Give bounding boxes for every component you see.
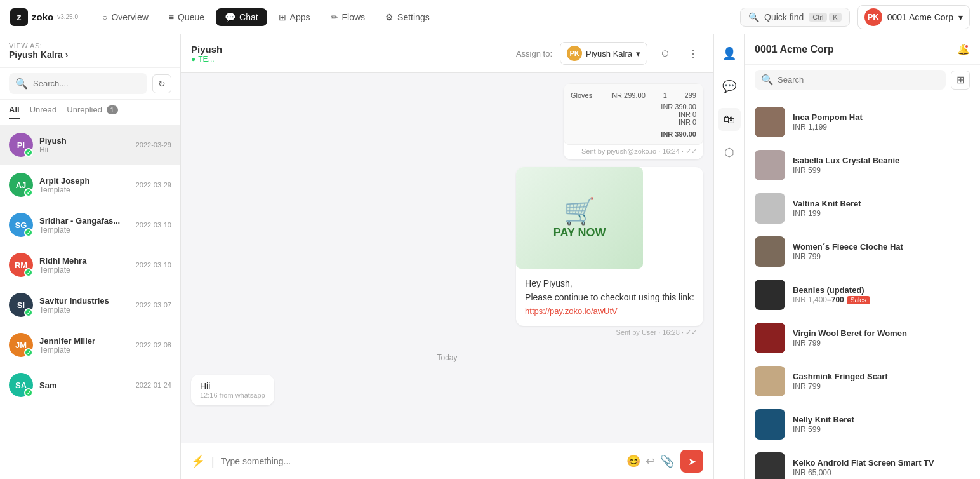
message-input[interactable] (221, 456, 620, 466)
keyboard-shortcut: Ctrl K (809, 13, 841, 22)
pay-link[interactable]: https://pay.zoko.io/awUtV (525, 305, 694, 318)
chat-list-item[interactable]: SA ✓ Sam 2022-01-24 (0, 365, 180, 405)
product-thumbnail (755, 236, 785, 267)
notification-icon[interactable]: 🔔 (957, 43, 970, 55)
hii-message: Hii 12:16 from whatsapp (191, 375, 274, 405)
contact-icon[interactable]: 👤 (718, 42, 741, 65)
nav-flows[interactable]: ✏ Flows (322, 8, 374, 26)
chat-info: Sridhar - Gangafas... Template (39, 216, 129, 234)
chat-preview: Template (39, 226, 129, 234)
smiley-button[interactable]: ☺ (655, 43, 675, 64)
pay-now-label: PAY NOW (553, 226, 606, 240)
product-item[interactable]: Inca Pompom Hat INR 1,199 (745, 100, 980, 144)
filter-button[interactable]: ⊞ (951, 71, 970, 90)
avatar: SG ✓ (9, 213, 33, 237)
chat-meta: 2022-03-07 (136, 301, 171, 309)
logo-icon: z (10, 8, 28, 26)
search-input[interactable] (33, 79, 141, 88)
tab-unread[interactable]: Unread (30, 105, 57, 119)
shop-icon[interactable]: 🛍 (718, 108, 741, 131)
attach-button[interactable]: 📎 (660, 454, 674, 468)
chat-list-item[interactable]: RM ✓ Ridhi Mehra Template 2022-03-10 (0, 245, 180, 285)
chat-info: Arpit Joseph Template (39, 176, 129, 194)
pay-msg-line2: Please continue to checkout using this l… (525, 290, 694, 304)
sidebar-header: VIEW AS: Piyush Kalra › (0, 34, 180, 68)
chat-name: Sridhar - Gangafas... (39, 216, 129, 226)
account-button[interactable]: PK 0001 Acme Corp ▾ (858, 5, 970, 29)
lightning-button[interactable]: ⚡ (191, 454, 205, 468)
chevron-down-icon: ▾ (636, 49, 640, 58)
product-item[interactable]: Valtina Knit Beret INR 199 (745, 187, 980, 230)
message-receipt: GlovesINR 299.001299 INR 390.00 INR 0 IN… (564, 83, 703, 159)
product-name: Inca Pompom Hat (793, 112, 970, 123)
product-info: Beanies (updated) INR 1,400–700Sales (793, 285, 970, 305)
cube-icon[interactable]: ⬡ (718, 141, 741, 164)
nav-chat[interactable]: 💬 Chat (216, 8, 267, 26)
products-search-input[interactable] (778, 75, 939, 84)
tab-unreplied[interactable]: Unreplied 1 (67, 105, 117, 119)
notification-dot (964, 44, 969, 49)
chat-info: Sam (39, 381, 129, 390)
product-price: INR 1,400–700Sales (793, 295, 970, 304)
chat-name: Savitur Industries (39, 296, 129, 306)
tab-all[interactable]: All (9, 105, 20, 119)
products-search-area: 🔍 ⊞ (745, 65, 980, 95)
product-item[interactable]: Beanies (updated) INR 1,400–700Sales (745, 273, 980, 316)
product-item[interactable]: Virgin Wool Beret for Women INR 799 (745, 316, 980, 360)
chat-date: 2022-03-29 (136, 181, 171, 189)
more-options-button[interactable]: ⋮ (683, 43, 703, 64)
assignee-avatar: PK (567, 46, 582, 61)
right-icon-bar: 👤 💬 🛍 ⬡ (714, 34, 745, 479)
chat-list-item[interactable]: AJ ✓ Arpit Joseph Template 2022-03-29 (0, 165, 180, 205)
product-item[interactable]: Nelly Knit Beret INR 599 (745, 403, 980, 446)
chat-list: PI ✓ Piyush Hii 2022-03-29 AJ ✓ Arpit Jo… (0, 125, 180, 479)
product-info: Virgin Wool Beret for Women INR 799 (793, 328, 970, 348)
chat-meta: 2022-03-29 (136, 141, 171, 149)
products-list: Inca Pompom Hat INR 1,199 Isabella Lux C… (745, 95, 980, 479)
nav-apps-label: Apps (290, 12, 310, 22)
emoji-button[interactable]: 😊 (626, 454, 640, 468)
apps-icon: ⊞ (279, 12, 286, 22)
chat-bubble-icon[interactable]: 💬 (718, 75, 741, 98)
avatar: PI ✓ (9, 133, 33, 157)
product-info: Nelly Knit Beret INR 599 (793, 415, 970, 435)
quick-find-btn[interactable]: 🔍 Quick find Ctrl K (740, 8, 850, 27)
assign-label: Assign to: (516, 49, 552, 58)
chat-name: Ridhi Mehra (39, 256, 129, 266)
product-item[interactable]: Keiko Android Flat Screen Smart TV INR 6… (745, 446, 980, 479)
product-info: Valtina Knit Beret INR 199 (793, 199, 970, 219)
view-as-name[interactable]: Piyush Kalra › (9, 50, 171, 60)
reaction-button[interactable]: ↩ (646, 454, 655, 468)
chevron-right-icon: › (65, 50, 69, 60)
product-thumbnail (755, 323, 785, 353)
nav-settings[interactable]: ⚙ Settings (376, 8, 439, 26)
product-name: Keiko Android Flat Screen Smart TV (793, 458, 970, 469)
product-item[interactable]: Cashmink Fringed Scarf INR 799 (745, 360, 980, 403)
whatsapp-badge: ✓ (24, 148, 33, 157)
send-button[interactable]: ➤ (680, 450, 703, 473)
chat-list-item[interactable]: SI ✓ Savitur Industries Template 2022-03… (0, 285, 180, 325)
product-item[interactable]: Isabella Lux Crystal Beanie INR 599 (745, 144, 980, 187)
nav-overview[interactable]: ○ Overview (93, 8, 157, 26)
whatsapp-badge: ✓ (24, 268, 33, 277)
chat-list-item[interactable]: PI ✓ Piyush Hii 2022-03-29 (0, 125, 180, 165)
nav-queue[interactable]: ≡ Queue (160, 8, 213, 26)
chevron-down-icon: ▾ (958, 12, 963, 22)
product-price: INR 199 (793, 209, 970, 218)
chat-list-item[interactable]: SG ✓ Sridhar - Gangafas... Template 2022… (0, 205, 180, 245)
whatsapp-badge: ✓ (24, 308, 33, 317)
nav-flows-label: Flows (342, 12, 366, 22)
refresh-button[interactable]: ↻ (152, 74, 171, 93)
whatsapp-badge: ✓ (24, 388, 33, 397)
nav-overview-label: Overview (111, 12, 148, 22)
nav-apps[interactable]: ⊞ Apps (270, 8, 319, 26)
product-item[interactable]: Women´s Fleece Cloche Hat INR 799 (745, 230, 980, 273)
quick-find-label: Quick find (764, 12, 804, 22)
chat-info: Savitur Industries Template (39, 296, 129, 314)
chat-info: Jennifer Miller Template (39, 336, 129, 354)
assignee-button[interactable]: PK Piyush Kalra ▾ (560, 42, 647, 65)
product-thumbnail (755, 409, 785, 440)
kbd-ctrl: Ctrl (809, 13, 827, 22)
chat-list-item[interactable]: JM ✓ Jennifer Miller Template 2022-02-08 (0, 325, 180, 365)
top-nav: z zoko v3.25.0 ○ Overview ≡ Queue 💬 Chat… (0, 0, 980, 34)
